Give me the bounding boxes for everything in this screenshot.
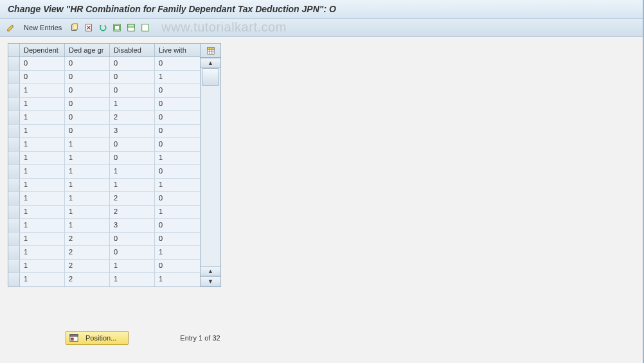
table-cell[interactable]: 1 (110, 98, 155, 111)
table-cell[interactable]: 1 (20, 192, 65, 205)
table-cell[interactable]: 1 (65, 219, 110, 232)
table-cell[interactable]: 0 (110, 233, 155, 245)
table-cell[interactable]: 2 (65, 233, 110, 245)
table-cell[interactable]: 1 (155, 152, 200, 164)
table-cell[interactable]: 0 (20, 57, 65, 70)
deselect-all-icon[interactable] (139, 22, 151, 33)
table-cell[interactable]: 1 (20, 111, 65, 124)
toggle-change-icon[interactable] (5, 22, 17, 33)
table-cell[interactable]: 0 (65, 71, 110, 84)
table-cell[interactable]: 1 (20, 273, 65, 287)
table-cell[interactable]: 0 (110, 246, 155, 259)
table-cell[interactable]: 0 (20, 71, 65, 84)
table-cell[interactable]: 0 (65, 84, 110, 97)
table-cell[interactable]: 0 (155, 111, 200, 124)
table-cell[interactable]: 0 (110, 138, 155, 151)
table-cell[interactable]: 1 (20, 138, 65, 151)
table-cell[interactable]: 1 (20, 260, 65, 272)
table-cell[interactable]: 1 (20, 125, 65, 137)
table-cell[interactable]: 0 (155, 233, 200, 245)
table-cell[interactable]: 1 (20, 152, 65, 164)
scroll-track[interactable] (201, 68, 220, 266)
row-selector[interactable] (8, 246, 20, 259)
table-cell[interactable]: 1 (110, 165, 155, 178)
table-cell[interactable]: 1 (20, 219, 65, 232)
table-cell[interactable]: 0 (110, 152, 155, 164)
table-cell[interactable]: 1 (110, 260, 155, 272)
table-cell[interactable]: 0 (65, 111, 110, 124)
table-cell[interactable]: 1 (155, 71, 200, 84)
row-selector[interactable] (8, 138, 20, 151)
table-cell[interactable]: 1 (110, 179, 155, 191)
col-header-live-with[interactable]: Live with (155, 44, 200, 57)
table-cell[interactable]: 1 (20, 98, 65, 111)
table-cell[interactable]: 2 (110, 206, 155, 218)
row-selector[interactable] (8, 233, 20, 245)
row-selector[interactable] (8, 192, 20, 205)
table-cell[interactable]: 0 (110, 71, 155, 84)
position-button[interactable]: Position... (66, 331, 129, 345)
row-selector[interactable] (8, 152, 20, 164)
col-header-dependent[interactable]: Dependent (20, 44, 65, 57)
table-cell[interactable]: 2 (110, 111, 155, 124)
row-selector[interactable] (8, 84, 20, 97)
table-cell[interactable]: 1 (65, 192, 110, 205)
table-cell[interactable]: 1 (155, 273, 200, 287)
table-cell[interactable]: 1 (20, 233, 65, 245)
table-cell[interactable]: 1 (65, 165, 110, 178)
table-cell[interactable]: 2 (65, 273, 110, 287)
select-all-icon[interactable] (111, 22, 123, 33)
scroll-down-button[interactable]: ▼ (201, 276, 220, 287)
table-cell[interactable]: 0 (65, 57, 110, 70)
table-cell[interactable]: 1 (65, 179, 110, 191)
table-cell[interactable]: 0 (155, 125, 200, 137)
table-cell[interactable]: 0 (65, 98, 110, 111)
row-selector[interactable] (8, 165, 20, 178)
table-cell[interactable]: 1 (20, 179, 65, 191)
row-selector[interactable] (8, 219, 20, 232)
table-cell[interactable]: 1 (155, 246, 200, 259)
col-header-ded-age-gr[interactable]: Ded age gr (65, 44, 110, 57)
select-block-icon[interactable] (125, 22, 137, 33)
vertical-scrollbar[interactable]: ▲ ▲ ▼ (201, 58, 220, 287)
table-cell[interactable]: 2 (110, 192, 155, 205)
table-cell[interactable]: 2 (65, 246, 110, 259)
table-settings-icon[interactable] (201, 44, 220, 58)
table-cell[interactable]: 1 (155, 179, 200, 191)
table-cell[interactable]: 0 (155, 192, 200, 205)
table-cell[interactable]: 0 (110, 57, 155, 70)
table-cell[interactable]: 2 (65, 260, 110, 272)
undo-icon[interactable] (97, 22, 109, 33)
table-cell[interactable]: 1 (20, 165, 65, 178)
col-header-disabled[interactable]: Disabled (110, 44, 155, 57)
table-cell[interactable]: 1 (65, 152, 110, 164)
row-selector[interactable] (8, 206, 20, 218)
row-selector[interactable] (8, 179, 20, 191)
row-selector[interactable] (8, 98, 20, 111)
table-cell[interactable]: 0 (155, 98, 200, 111)
table-cell[interactable]: 3 (110, 125, 155, 137)
row-selector[interactable] (8, 57, 20, 70)
scroll-thumb[interactable] (202, 68, 219, 86)
table-cell[interactable]: 1 (155, 206, 200, 218)
table-cell[interactable]: 1 (110, 273, 155, 287)
table-cell[interactable]: 1 (20, 84, 65, 97)
table-cell[interactable]: 0 (155, 165, 200, 178)
row-selector[interactable] (8, 71, 20, 84)
table-cell[interactable]: 0 (155, 57, 200, 70)
table-cell[interactable]: 0 (155, 260, 200, 272)
row-selector[interactable] (8, 111, 20, 124)
copy-as-icon[interactable] (69, 22, 80, 33)
table-cell[interactable]: 1 (20, 246, 65, 259)
scroll-down-small-button[interactable]: ▲ (201, 266, 220, 276)
row-selector-header[interactable] (8, 44, 20, 57)
table-cell[interactable]: 0 (155, 84, 200, 97)
scroll-up-button[interactable]: ▲ (201, 58, 220, 68)
table-cell[interactable]: 0 (155, 219, 200, 232)
table-cell[interactable]: 3 (110, 219, 155, 232)
table-cell[interactable]: 0 (155, 138, 200, 151)
row-selector[interactable] (8, 125, 20, 137)
table-cell[interactable]: 1 (65, 206, 110, 218)
table-cell[interactable]: 0 (65, 125, 110, 137)
row-selector[interactable] (8, 273, 20, 287)
